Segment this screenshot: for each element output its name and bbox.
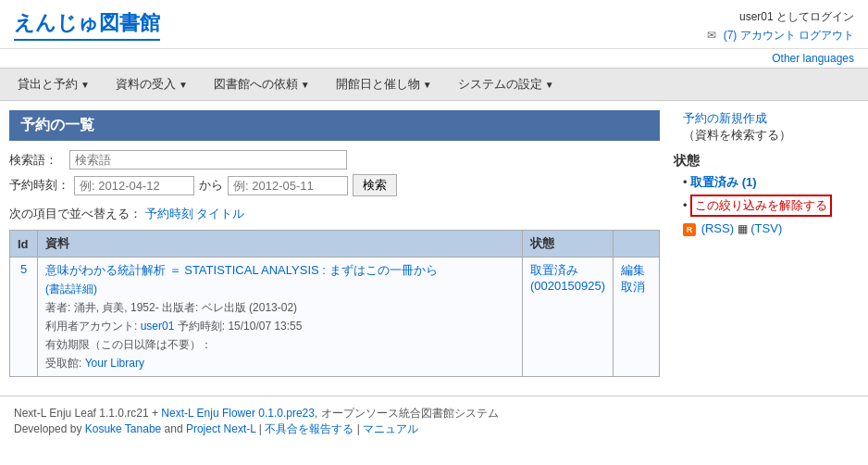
nav-lending[interactable]: 貸出と予約 ▼	[5, 69, 103, 100]
keyword-row: 検索語：	[9, 150, 660, 170]
nav-request-arrow: ▼	[301, 80, 310, 90]
footer: Next-L Enju Leaf 1.1.0.rc21 + Next-L Enj…	[0, 396, 868, 446]
footer-sep1: |	[256, 422, 266, 435]
keyword-input[interactable]	[69, 150, 347, 170]
site-title[interactable]: えんじゅ図書館	[14, 9, 160, 41]
nav-receive-arrow: ▼	[179, 80, 188, 90]
nav-lending-label: 貸出と予約	[18, 76, 78, 93]
item-expiry: 有効期限（この日以降は不要）：	[45, 337, 515, 353]
footer-line1: Next-L Enju Leaf 1.1.0.rc21 + Next-L Enj…	[14, 406, 854, 421]
footer-line2: Developed by Kosuke Tanabe and Project N…	[14, 421, 854, 437]
nav-events[interactable]: 開館日と催し物 ▼	[323, 69, 445, 100]
manual-link[interactable]: マニュアル	[363, 422, 418, 435]
to-label: から	[199, 177, 223, 194]
sidebar-list: 予約の新規作成 （資料を検索する）	[674, 110, 859, 144]
nav-receive[interactable]: 資料の受入 ▼	[103, 69, 201, 100]
keyword-label: 検索語：	[9, 152, 65, 169]
sort-label: 次の項目で並べ替える：	[9, 207, 142, 220]
account-line: ✉ (7) アカウント ログアウト	[707, 28, 854, 44]
lang-bar: Other languages	[0, 48, 868, 68]
item-title-link[interactable]: 意味がわかる統計解析 ＝ STATISTICAL ANALYSIS : まずはこ…	[45, 263, 438, 277]
item-account-post: 予約時刻: 15/10/07 13:55	[174, 320, 302, 333]
nav-lending-arrow: ▼	[81, 80, 90, 90]
header: えんじゅ図書館 user01 としてログイン ✉ (7) アカウント ログアウト	[0, 0, 868, 48]
project-link[interactable]: Project Next-L	[186, 422, 256, 435]
edit-link[interactable]: 編集	[621, 263, 645, 277]
nav-settings-label: システムの設定	[458, 76, 542, 93]
col-status: 状態	[523, 231, 614, 258]
filter-active-item: • 取置済み (1)	[683, 174, 859, 191]
main-panel: 予約の一覧 検索語： 予約時刻： から 検索 次の項目で並べ替える： 予約時刻 …	[9, 110, 660, 377]
state-title: 状態	[674, 153, 859, 170]
nav-settings[interactable]: システムの設定 ▼	[445, 69, 567, 100]
page-title: 予約の一覧	[9, 110, 660, 141]
new-reserve-sub: （資料を検索する）	[683, 128, 791, 142]
item-library-pre: 受取館:	[45, 357, 85, 370]
reserve-table: Id 資料 状態 5 意味がわかる統計解析 ＝ STATISTICAL ANAL…	[9, 230, 660, 377]
item-library-link[interactable]: Your Library	[85, 357, 144, 370]
footer-dev-pre: Developed by	[14, 422, 85, 435]
nav-request[interactable]: 図書館への依頼 ▼	[201, 69, 323, 100]
sort-line: 次の項目で並べ替える： 予約時刻 タイトル	[9, 206, 660, 222]
table-icon: ▦	[738, 222, 748, 235]
row-status: 取置済み(0020150925)	[523, 258, 614, 377]
row-id-link[interactable]: 5	[20, 262, 27, 276]
table-row: 5 意味がわかる統計解析 ＝ STATISTICAL ANALYSIS : まず…	[10, 258, 660, 377]
login-line: user01 としてログイン	[707, 9, 854, 25]
footer-post1: , オープンソース統合図書館システム	[315, 407, 499, 420]
nav-settings-arrow: ▼	[545, 80, 554, 90]
nav-events-arrow: ▼	[423, 80, 432, 90]
sidebar-new-reserve: 予約の新規作成 （資料を検索する）	[683, 110, 859, 144]
remove-filter-item: • この絞り込みを解除する	[683, 195, 859, 217]
login-text: user01 としてログイン	[739, 10, 854, 23]
main-nav: 貸出と予約 ▼ 資料の受入 ▼ 図書館への依頼 ▼ 開館日と催し物 ▼ システム…	[0, 68, 868, 101]
col-action	[614, 231, 660, 258]
tsv-link[interactable]: (TSV)	[750, 221, 782, 235]
item-account-link[interactable]: user01	[141, 320, 175, 333]
footer-and: and	[161, 422, 186, 435]
col-item: 資料	[38, 231, 523, 258]
report-link[interactable]: 不具合を報告する	[265, 422, 353, 435]
filter-list: • 取置済み (1) • この絞り込みを解除する R (RSS) ▦ (TSV)	[674, 174, 859, 236]
mail-icon: ✉	[707, 29, 716, 42]
to-date-input[interactable]	[228, 176, 348, 195]
rss-link[interactable]: (RSS)	[701, 221, 734, 235]
row-status-link[interactable]: 取置済み(0020150925)	[530, 263, 605, 293]
footer-sep2: |	[353, 422, 363, 435]
datetime-label: 予約時刻：	[9, 177, 69, 194]
kosuke-link[interactable]: Kosuke Tanabe	[85, 422, 162, 435]
sidebar: 予約の新規作成 （資料を検索する） 状態 • 取置済み (1) • この絞り込み…	[674, 110, 859, 377]
enju-flower-link[interactable]: Next-L Enju Flower 0.1.0.pre23	[161, 407, 315, 420]
feed-links: R (RSS) ▦ (TSV)	[683, 221, 859, 236]
content-area: 予約の一覧 検索語： 予約時刻： から 検索 次の項目で並べ替える： 予約時刻 …	[0, 101, 868, 386]
item-account-pre: 利用者アカウント:	[45, 320, 141, 333]
col-id: Id	[10, 231, 38, 258]
sort-datetime-link[interactable]: 予約時刻	[145, 207, 193, 220]
new-reserve-link[interactable]: 予約の新規作成	[683, 111, 767, 125]
datetime-row: 予約時刻： から 検索	[9, 174, 660, 196]
remove-filter-link[interactable]: この絞り込みを解除する	[690, 195, 832, 217]
row-actions: 編集 取消	[614, 258, 660, 377]
item-title: 意味がわかる統計解析 ＝ STATISTICAL ANALYSIS : まずはこ…	[45, 262, 515, 279]
cancel-link[interactable]: 取消	[621, 280, 645, 294]
search-form: 検索語： 予約時刻： から 検索	[9, 150, 660, 196]
item-detail-link-row: (書誌詳細)	[45, 282, 515, 297]
nav-receive-label: 資料の受入	[116, 76, 176, 93]
other-languages-link[interactable]: Other languages	[772, 52, 854, 65]
nav-events-label: 開館日と催し物	[336, 76, 420, 93]
item-library: 受取館: Your Library	[45, 356, 515, 371]
footer-pre1: Next-L Enju Leaf 1.1.0.rc21 +	[14, 407, 161, 420]
user-info: user01 としてログイン ✉ (7) アカウント ログアウト	[707, 9, 854, 44]
nav-request-label: 図書館への依頼	[214, 76, 298, 93]
filter-active-link[interactable]: 取置済み (1)	[690, 175, 757, 189]
row-item: 意味がわかる統計解析 ＝ STATISTICAL ANALYSIS : まずはこ…	[38, 258, 523, 377]
from-date-input[interactable]	[74, 176, 194, 195]
row-id: 5	[10, 258, 38, 377]
item-author: 著者: 涌井, 貞美, 1952- 出版者: ベレ出版 (2013-02)	[45, 300, 515, 316]
search-button[interactable]: 検索	[353, 174, 397, 196]
sort-title-link[interactable]: タイトル	[196, 207, 244, 220]
item-account: 利用者アカウント: user01 予約時刻: 15/10/07 13:55	[45, 319, 515, 334]
item-detail-link[interactable]: (書誌詳細)	[45, 283, 97, 295]
rss-icon: R	[683, 223, 696, 236]
account-link[interactable]: (7) アカウント ログアウト	[724, 29, 854, 42]
